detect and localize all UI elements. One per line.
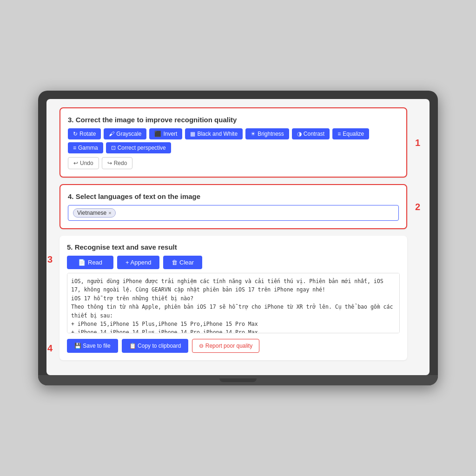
- section-5-title: 5. Recognise text and save result: [67, 243, 400, 251]
- badge-3: 3: [47, 254, 53, 265]
- action-row: 📄 Read + Append 🗑 Clear: [67, 256, 400, 269]
- result-textarea[interactable]: [67, 273, 400, 333]
- equalize-button[interactable]: ≡ Equalize: [332, 128, 369, 139]
- section-4-wrapper: 4. Select languages of text on the image…: [60, 184, 407, 229]
- badge-1: 1: [415, 137, 420, 148]
- toolbar-row: ↻ Rotate 🖌 Grayscale ⬛ Invert ▦ Black an…: [68, 128, 399, 153]
- section-4-card: 4. Select languages of text on the image…: [60, 184, 407, 229]
- undo-button[interactable]: ↩ Undo: [68, 157, 99, 169]
- gamma-button[interactable]: ≡ Gamma: [68, 142, 103, 153]
- read-icon: 📄: [78, 259, 86, 266]
- clear-button[interactable]: 🗑 Clear: [163, 256, 202, 269]
- badge-4: 4: [47, 343, 53, 354]
- brightness-button[interactable]: ☀ Brightness: [245, 128, 289, 139]
- save-row: 💾 Save to file 📋 Copy to clipboard ⊖ Rep…: [67, 339, 400, 353]
- section-3-wrapper: 3. Correct the image to improve recognit…: [60, 107, 407, 178]
- remove-vietnamese-tag[interactable]: ×: [108, 210, 111, 216]
- language-selector[interactable]: Vietnamese ×: [68, 205, 399, 221]
- vietnamese-tag: Vietnamese ×: [73, 208, 116, 218]
- report-poor-quality-button[interactable]: ⊖ Report poor quality: [192, 339, 259, 353]
- rotate-button[interactable]: ↻ Rotate: [68, 128, 101, 139]
- contrast-button[interactable]: ◑ Contrast: [292, 128, 330, 139]
- black-white-button[interactable]: ▦ Black and White: [185, 128, 243, 139]
- section-5-wrapper: 5. Recognise text and save result 📄 Read…: [60, 236, 407, 360]
- laptop-screen: 3. Correct the image to improve recognit…: [46, 99, 430, 375]
- laptop-frame: 3. Correct the image to improve recognit…: [38, 91, 438, 385]
- correct-perspective-button[interactable]: ⊡ Correct perspective: [106, 142, 171, 153]
- section-4-title: 4. Select languages of text on the image: [68, 192, 399, 200]
- undo-redo-row: ↩ Undo ↪ Redo: [68, 157, 399, 169]
- grayscale-button[interactable]: 🖌 Grayscale: [104, 128, 146, 139]
- save-to-file-button[interactable]: 💾 Save to file: [67, 339, 118, 353]
- copy-to-clipboard-button[interactable]: 📋 Copy to clipboard: [122, 339, 189, 353]
- section-3-title: 3. Correct the image to improve recognit…: [68, 116, 399, 124]
- section-3-card: 3. Correct the image to improve recognit…: [60, 107, 407, 178]
- badge-2: 2: [415, 201, 420, 212]
- read-button[interactable]: 📄 Read: [67, 256, 113, 269]
- section-5-card: 5. Recognise text and save result 📄 Read…: [60, 236, 407, 360]
- append-button[interactable]: + Append: [117, 256, 159, 269]
- laptop-notch: [219, 378, 257, 382]
- redo-button[interactable]: ↪ Redo: [102, 157, 133, 169]
- laptop-base: [38, 375, 438, 385]
- invert-button[interactable]: ⬛ Invert: [149, 128, 182, 139]
